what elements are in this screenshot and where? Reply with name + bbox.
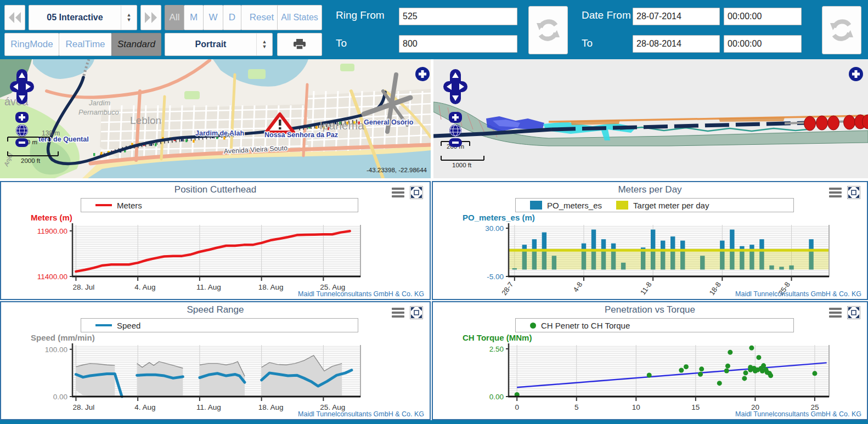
chart-title: Meters per Day (433, 184, 867, 195)
chart-canvas[interactable]: 2.500.000510152025 (433, 343, 867, 417)
ring-from-input[interactable] (399, 8, 517, 25)
svg-text:11400.00: 11400.00 (37, 273, 67, 281)
svg-text:18. Aug: 18. Aug (258, 403, 284, 411)
chart-menu-icon[interactable] (391, 307, 405, 318)
date-to-input[interactable] (633, 35, 720, 53)
district-label: Ipanema (319, 119, 364, 132)
refresh-ring-button[interactable] (528, 6, 568, 54)
refresh-icon (534, 16, 562, 44)
street-map[interactable]: ávea Jardim Pernambuco Leblon Ipanema te… (0, 59, 431, 178)
svg-text:11. Aug: 11. Aug (196, 283, 221, 291)
svg-text:0.00: 0.00 (489, 393, 504, 401)
chart-menu-icon[interactable] (391, 187, 405, 198)
branding-link[interactable]: Maidl Tunnelconsultants GmbH & Co. KG (735, 290, 861, 298)
svg-text:28-7: 28-7 (500, 280, 515, 297)
dataset-select[interactable]: 05 Interactive ▲▼ (29, 5, 137, 30)
legend-item[interactable]: CH Penetr to CH Torque (530, 321, 630, 330)
chart-y-axis-title: Speed (mm/min) (31, 333, 95, 342)
realtime-button[interactable]: RealTime (59, 33, 112, 56)
svg-text:4. Aug: 4. Aug (134, 283, 155, 291)
range-button-week[interactable]: W (203, 5, 223, 30)
date-from-input[interactable] (633, 8, 720, 25)
legend-item[interactable]: Target meter per day (616, 201, 709, 210)
chart-panel-position-cutterhead: Position Cutterhead Meters Meters (m) 11… (0, 181, 431, 300)
spinner-icon[interactable]: ▲▼ (121, 5, 137, 30)
chart-title: Position Cutterhead (1, 184, 430, 195)
tunnel-profile[interactable]: 200 m 1000 ft (433, 59, 868, 178)
globe-button[interactable] (449, 125, 461, 137)
svg-text:-5.00: -5.00 (487, 273, 504, 281)
legend-item[interactable]: Meters (95, 201, 142, 210)
range-button-day[interactable]: D (223, 5, 241, 30)
street-label: General Osório (364, 118, 414, 126)
range-button-all[interactable]: All (165, 5, 184, 30)
chart-expand-icon[interactable] (410, 306, 423, 319)
map-view[interactable]: ávea Jardim Pernambuco Leblon Ipanema te… (0, 59, 431, 178)
zoom-out-button[interactable] (15, 138, 29, 147)
range-reset-button[interactable]: Reset (241, 5, 283, 30)
bottom-strip (0, 420, 868, 424)
chart-y-axis-title: Meters (m) (31, 213, 72, 222)
scale-label-ft: 1000 ft (452, 162, 472, 168)
plus-icon (855, 70, 858, 78)
svg-text:28. Jul: 28. Jul (72, 283, 94, 291)
range-button-month[interactable]: M (184, 5, 204, 30)
next-dataset-button[interactable] (140, 5, 161, 30)
chart-menu-icon[interactable] (828, 187, 843, 198)
chart-panel-penetration-vs-torque: Penetration vs Torque CH Penetr to CH To… (432, 301, 868, 420)
profile-view[interactable]: 200 m 1000 ft (433, 59, 868, 178)
chart-canvas[interactable]: 30.00-5.0028-74-811-818-825-8 (433, 223, 867, 297)
ring-to-input[interactable] (399, 35, 517, 53)
ring-from-label: Ring From (336, 9, 385, 21)
street-label: Jardim de Alah (195, 129, 244, 137)
chart-canvas[interactable]: 100.000.0028. Jul4. Aug11. Aug18. Aug25.… (1, 343, 430, 417)
all-states-button[interactable]: All States (277, 5, 322, 30)
chart-expand-icon[interactable] (410, 186, 423, 199)
svg-text:0: 0 (515, 403, 519, 411)
chart-menu-icon[interactable] (828, 307, 843, 318)
time-from-input[interactable] (724, 8, 802, 25)
refresh-icon (828, 16, 855, 44)
svg-text:4. Aug: 4. Aug (134, 403, 155, 411)
branding-link[interactable]: Maidl Tunnelconsultants GmbH & Co. KG (735, 410, 861, 418)
zoom-out-button[interactable] (449, 138, 462, 147)
double-chevron-left-icon (8, 11, 22, 24)
chart-y-axis-title: PO_meters_es (m) (463, 213, 535, 222)
svg-text:15: 15 (691, 403, 700, 411)
chart-legend: CH Penetr to CH Torque (515, 318, 794, 332)
map-add-button[interactable] (415, 67, 430, 81)
district-label: Leblon (130, 115, 161, 126)
legend-item[interactable]: PO_meters_es (530, 201, 602, 210)
ringmode-button[interactable]: RingMode (4, 33, 59, 56)
plus-icon (421, 70, 424, 78)
svg-text:11-8: 11-8 (639, 280, 653, 296)
svg-text:30.00: 30.00 (485, 224, 504, 233)
date-from-label: Date From (582, 9, 631, 21)
refresh-date-button[interactable] (822, 6, 861, 54)
svg-text:11900.00: 11900.00 (37, 227, 67, 235)
standard-button[interactable]: Standard (111, 33, 161, 56)
branding-link[interactable]: Maidl Tunnelconsultants GmbH & Co. KG (298, 410, 424, 418)
orientation-select[interactable]: Portrait ▲▼ (165, 33, 273, 56)
svg-text:2.50: 2.50 (489, 345, 504, 353)
spinner-icon[interactable]: ▲▼ (256, 33, 272, 55)
zoom-in-button[interactable] (449, 112, 462, 123)
chart-legend: PO_meters_esTarget meter per day (515, 198, 794, 212)
prev-dataset-button[interactable] (4, 5, 25, 30)
chart-expand-icon[interactable] (847, 306, 860, 319)
chart-legend: Meters (81, 198, 358, 212)
print-button[interactable] (277, 33, 322, 56)
double-chevron-right-icon (144, 11, 158, 24)
chart-expand-icon[interactable] (847, 186, 860, 199)
printer-icon (292, 38, 307, 50)
svg-text:18. Aug: 18. Aug (258, 283, 284, 291)
legend-item[interactable]: Speed (95, 321, 140, 330)
zoom-in-button[interactable] (15, 112, 29, 123)
branding-link[interactable]: Maidl Tunnelconsultants GmbH & Co. KG (298, 290, 424, 298)
map-add-button[interactable] (849, 67, 863, 81)
globe-button[interactable] (16, 125, 28, 137)
time-to-input[interactable] (724, 35, 802, 53)
svg-text:100.00: 100.00 (45, 346, 67, 354)
chart-canvas[interactable]: 11900.0011400.0028. Jul4. Aug11. Aug18. … (1, 223, 430, 297)
elevation-label: 138 m (42, 129, 60, 137)
